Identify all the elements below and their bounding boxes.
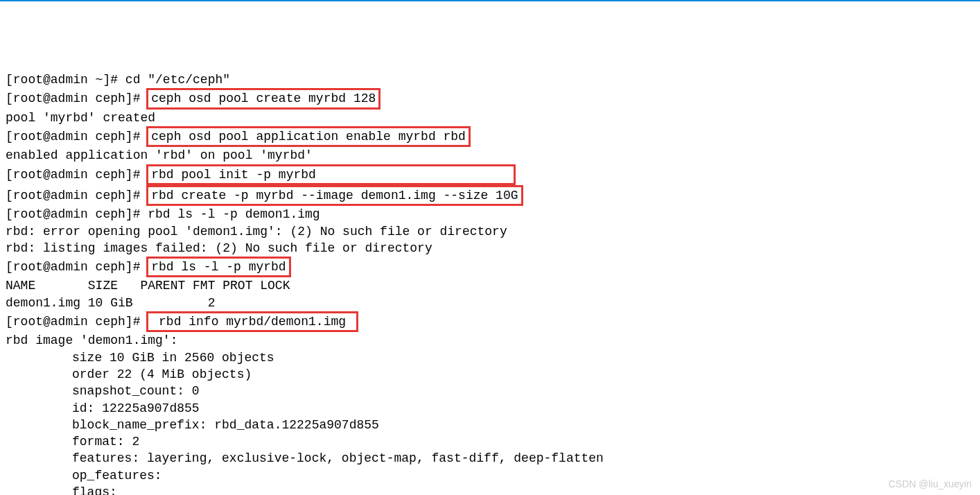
command-text: rbd ls -l -p demon1.img xyxy=(148,207,320,221)
highlighted-command: ceph osd pool application enable myrbd r… xyxy=(146,126,471,147)
output-line: flags: xyxy=(6,484,974,495)
output-line: demon1.img 10 GiB 2 xyxy=(6,295,974,311)
output-line: rbd: listing images failed: (2) No such … xyxy=(6,240,974,257)
shell-prompt: [root@admin ceph]# xyxy=(6,189,148,202)
terminal-output: [root@admin ~]# cd "/etc/ceph"[root@admi… xyxy=(6,71,974,495)
output-line: op_features: xyxy=(6,467,974,484)
shell-prompt: [root@admin ceph]# xyxy=(6,260,148,274)
command-text: cd "/etc/ceph" xyxy=(125,73,230,87)
shell-prompt: [root@admin ceph]# xyxy=(6,207,148,221)
terminal-line: [root@admin ceph]# ceph osd pool applica… xyxy=(6,126,974,147)
shell-prompt: [root@admin ceph]# xyxy=(6,315,148,329)
highlighted-command: rbd ls -l -p myrbd xyxy=(146,257,290,277)
output-line: enabled application 'rbd' on pool 'myrbd… xyxy=(6,147,974,164)
terminal-line: [root@admin ceph]# rbd ls -l -p demon1.i… xyxy=(6,206,974,223)
output-line: format: 2 xyxy=(6,433,974,450)
shell-prompt: [root@admin ceph]# xyxy=(6,130,148,144)
output-line: size 10 GiB in 2560 objects xyxy=(6,349,974,366)
highlighted-command: rbd pool init -p myrbd xyxy=(146,164,515,185)
output-line: snapshot_count: 0 xyxy=(6,383,974,399)
output-line: id: 12225a907d855 xyxy=(6,400,974,417)
terminal-line: [root@admin ceph]# rbd create -p myrbd -… xyxy=(6,185,974,206)
shell-prompt: [root@admin ~]# xyxy=(6,73,125,87)
highlighted-command: rbd info myrbd/demon1.img xyxy=(146,311,358,332)
output-line: features: layering, exclusive-lock, obje… xyxy=(6,450,974,467)
terminal-line: [root@admin ceph]# rbd ls -l -p myrbd xyxy=(6,257,974,277)
highlighted-command: ceph osd pool create myrbd 128 xyxy=(146,88,380,109)
terminal-line: [root@admin ceph]# rbd info myrbd/demon1… xyxy=(6,311,974,332)
terminal-line: [root@admin ~]# cd "/etc/ceph" xyxy=(6,71,974,88)
shell-prompt: [root@admin ceph]# xyxy=(6,92,148,105)
output-line: rbd image 'demon1.img': xyxy=(6,332,974,349)
output-line: order 22 (4 MiB objects) xyxy=(6,366,974,383)
output-line: NAME SIZE PARENT FMT PROT LOCK xyxy=(6,277,974,294)
watermark: CSDN @liu_xueyin xyxy=(889,478,972,491)
terminal-line: [root@admin ceph]# ceph osd pool create … xyxy=(6,88,974,109)
shell-prompt: [root@admin ceph]# xyxy=(6,168,148,182)
terminal-line: [root@admin ceph]# rbd pool init -p myrb… xyxy=(6,164,974,185)
output-line: block_name_prefix: rbd_data.12225a907d85… xyxy=(6,417,974,433)
highlighted-command: rbd create -p myrbd --image demon1.img -… xyxy=(146,185,523,206)
output-line: pool 'myrbd' created xyxy=(6,110,974,126)
output-line: rbd: error opening pool 'demon1.img': (2… xyxy=(6,223,974,240)
